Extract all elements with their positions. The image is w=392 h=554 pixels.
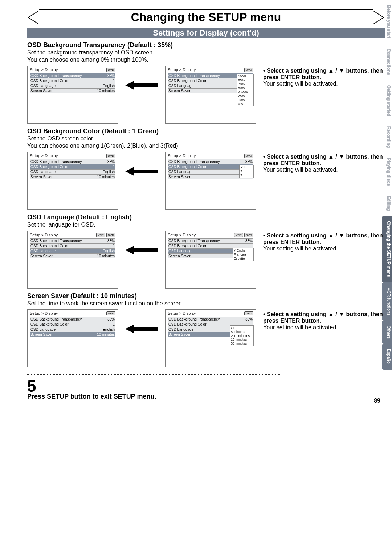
opt-selected[interactable]: ✓English: [234, 249, 253, 253]
check-icon: ✓: [238, 90, 241, 94]
panel-result-saver: Setup > Display DVD OSD Background Trans…: [27, 309, 118, 367]
menu-row-saver-hi: Screen Saver10 minutes: [30, 332, 115, 337]
opt[interactable]: Español: [234, 257, 253, 261]
opt[interactable]: 25%: [238, 94, 253, 98]
menu-row-language: OSD LanguageEnglish: [30, 83, 115, 88]
row-saver: Setup > Display DVD OSD Background Trans…: [27, 309, 385, 367]
chapter-ribbon: Changing the SETUP menu: [27, 9, 385, 25]
svg-marker-0: [125, 81, 158, 90]
opt[interactable]: 85%: [238, 78, 253, 82]
manual-page: Before you start Connections Getting sta…: [0, 0, 392, 408]
dropdown-saver[interactable]: OFF 5 minutes ✓10 minutes 15 minutes 30 …: [230, 325, 254, 346]
step-number: 5: [27, 378, 385, 394]
heading-saver: Screen Saver (Default : 10 minutes): [27, 292, 385, 300]
arrow-left-icon: [125, 166, 158, 176]
arrow-left-icon: [125, 245, 158, 255]
opt[interactable]: 10%: [238, 98, 253, 102]
check-icon: ✓: [240, 166, 243, 169]
heading-transparency: OSD Background Transparency (Default : 3…: [27, 41, 385, 49]
check-icon: ✓: [231, 334, 234, 338]
instruction-language: • Select a setting using ▲ / ▼ buttons, …: [263, 231, 385, 252]
panel-result-color: Setup > Display DVD OSD Background Trans…: [27, 152, 118, 210]
opt-selected[interactable]: ✓35%: [238, 90, 253, 94]
dropdown-transparency[interactable]: 100% 85% 70% 50% ✓35% 25% 10% 0%: [237, 74, 254, 106]
opt[interactable]: 0%: [238, 102, 253, 106]
svg-marker-2: [125, 246, 158, 254]
opt[interactable]: 70%: [238, 82, 253, 86]
ribbon-left-icon: [27, 11, 39, 24]
check-icon: ✓: [234, 249, 237, 252]
opt[interactable]: 2: [240, 170, 253, 174]
breadcrumb: Setup > Display: [30, 68, 58, 72]
svg-marker-1: [125, 167, 158, 176]
desc-transparency: Set the background transparency of OSD s…: [27, 49, 385, 64]
tab-before-you-start: Before you start: [382, 0, 392, 44]
opt[interactable]: 50%: [238, 86, 253, 90]
opt[interactable]: 3: [240, 174, 253, 178]
row-color: Setup > Display DVD OSD Background Trans…: [27, 152, 385, 210]
instruction-color: • Select a setting using ▲ / ▼ buttons, …: [263, 152, 385, 173]
desc-color: Set the OSD screen color. You can choose…: [27, 135, 385, 150]
opt[interactable]: 5 minutes: [231, 330, 253, 334]
page-title: Changing the SETUP menu: [39, 9, 373, 25]
opt[interactable]: 30 minutes: [231, 342, 253, 346]
panel-result-language: Setup > Display VCR DVD OSD Background T…: [27, 231, 118, 289]
opt[interactable]: 100%: [238, 74, 253, 78]
badge-vcr: VCR: [96, 233, 105, 237]
opt[interactable]: OFF: [231, 326, 253, 330]
divider-dotted: [27, 374, 281, 375]
dropdown-color[interactable]: ✓1 2 3: [239, 165, 254, 178]
menu-row-color-hi: OSD Background Color1: [30, 164, 115, 169]
opt[interactable]: 15 minutes: [231, 338, 253, 342]
heading-color: OSD Background Color (Default : 1 Green): [27, 127, 385, 135]
menu-row-transparency: OSD Background Transparency35%: [30, 73, 115, 78]
instruction-transparency: • Select a setting using ▲ / ▼ buttons, …: [263, 66, 385, 87]
instruction-saver: • Select a setting using ▲ / ▼ buttons, …: [263, 309, 385, 331]
heading-language: OSD Language (Default : English): [27, 213, 385, 221]
desc-language: Set the language for OSD.: [27, 221, 385, 228]
panel-result-transparency: Setup > Display DVD OSD Background Trans…: [27, 66, 118, 124]
menu-row-language-hi: OSD LanguageEnglish: [30, 248, 115, 253]
row-transparency: Setup > Display DVD OSD Background Trans…: [27, 66, 385, 124]
badge-dvd: DVD: [106, 68, 115, 72]
page-number: 89: [374, 398, 380, 404]
section-title: Settings for Display (cont'd): [27, 28, 385, 38]
menu-row-color: OSD Background Color1: [30, 78, 115, 83]
arrow-left-icon: [125, 80, 158, 90]
step-text: Press SETUP button to exit SETUP menu.: [27, 393, 385, 400]
menu-row-saver: Screen Saver10 minutes: [30, 88, 115, 93]
desc-saver: Set the time to work the screen saver fu…: [27, 300, 385, 307]
svg-marker-3: [125, 325, 158, 333]
body: OSD Background Transparency (Default : 3…: [27, 41, 385, 400]
opt-selected[interactable]: ✓10 minutes: [231, 334, 253, 338]
opt[interactable]: Français: [234, 253, 253, 257]
opt-selected[interactable]: ✓1: [240, 166, 253, 170]
panel-select-color: Setup > Display DVD OSD Background Trans…: [165, 152, 256, 210]
arrow-left-icon: [125, 324, 158, 334]
dropdown-language[interactable]: ✓English Français Español: [233, 248, 254, 261]
row-language: Setup > Display VCR DVD OSD Background T…: [27, 231, 385, 289]
